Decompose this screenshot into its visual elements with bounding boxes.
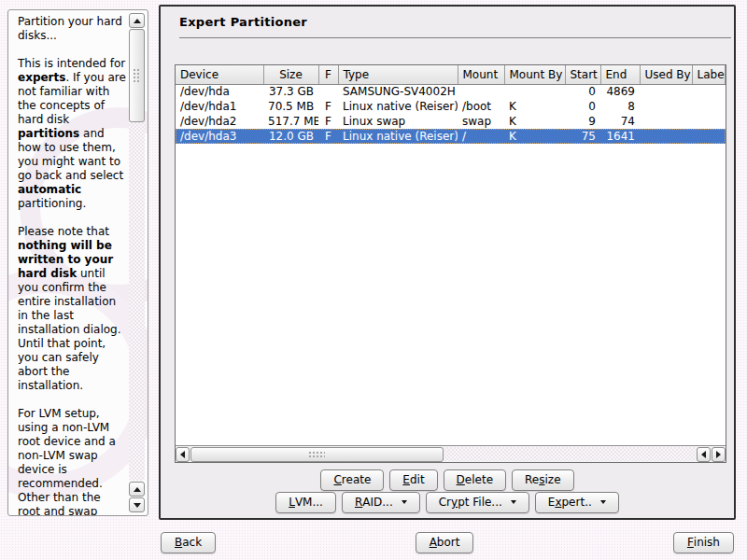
- table-cell: Linux swap: [338, 114, 458, 129]
- dropdown-arrow-icon: [511, 500, 516, 507]
- advanced-actions-row: LVM...RAID...Crypt File...Expert..: [161, 492, 734, 513]
- abort-button[interactable]: Abort: [416, 532, 474, 553]
- arrow-left-icon: [698, 451, 706, 458]
- table-cell: K: [504, 99, 565, 114]
- scroll-up-button[interactable]: [129, 13, 145, 28]
- table-row[interactable]: /dev/hda312.0 GBFLinux native (Reiser)/K…: [176, 129, 726, 144]
- table-cell: /dev/hda2: [176, 114, 263, 129]
- table-cell: 1641: [600, 129, 640, 144]
- arrow-down-icon: [134, 503, 141, 511]
- table-cell: 0: [565, 99, 600, 114]
- scrollbar-track[interactable]: [129, 29, 145, 481]
- table-cell: [640, 129, 692, 144]
- title-separator: [179, 37, 731, 38]
- column-header-end[interactable]: End: [600, 65, 640, 84]
- lvm-button[interactable]: LVM...: [275, 492, 336, 513]
- scroll-left-button[interactable]: [176, 447, 190, 462]
- back-button[interactable]: Back: [161, 532, 216, 553]
- finish-button[interactable]: Finish: [673, 532, 734, 553]
- table-cell: [318, 84, 338, 99]
- table-cell: [504, 84, 565, 99]
- table-cell: /dev/hda3: [176, 129, 263, 144]
- column-header-mount[interactable]: Mount: [458, 65, 504, 84]
- table-cell: Linux native (Reiser): [338, 129, 458, 144]
- table-cell: [640, 84, 692, 99]
- table-cell: 8: [600, 99, 640, 114]
- table-cell: swap: [458, 114, 504, 129]
- column-header-start[interactable]: Start: [565, 65, 600, 84]
- delete-button[interactable]: Delete: [444, 469, 506, 491]
- table-cell: K: [504, 114, 565, 129]
- column-header-type[interactable]: Type: [338, 65, 458, 84]
- resize-button[interactable]: Resize: [512, 469, 573, 491]
- table-cell: 74: [600, 114, 640, 129]
- hscrollbar-thumb[interactable]: [190, 447, 444, 462]
- table-cell: /dev/hda1: [176, 99, 263, 114]
- column-header-mount-by[interactable]: Mount By: [504, 65, 565, 84]
- column-header-size[interactable]: Size: [263, 65, 318, 84]
- column-header-label[interactable]: Label: [692, 65, 726, 84]
- table-cell: [692, 114, 726, 129]
- arrow-up-icon: [134, 483, 141, 492]
- scroll-left-button-right-end[interactable]: [697, 447, 711, 462]
- table-cell: 70.5 MB: [263, 99, 318, 114]
- help-paragraph: This is intended for experts. If you are…: [18, 57, 126, 211]
- scrollbar-thumb[interactable]: [129, 29, 145, 122]
- dropdown-arrow-icon: [402, 500, 407, 507]
- table-cell: 37.3 GB: [263, 84, 318, 99]
- arrow-right-icon: [716, 451, 725, 458]
- partition-table-grid: DeviceSizeFTypeMountMount ByStartEndUsed…: [176, 65, 726, 144]
- thumb-grip-icon: [308, 451, 325, 459]
- table-cell: /dev/hda: [176, 84, 263, 99]
- table-cell: [692, 99, 726, 114]
- table-cell: 517.7 MB: [263, 114, 318, 129]
- scroll-down-button[interactable]: [129, 497, 145, 512]
- column-header-device[interactable]: Device: [176, 65, 263, 84]
- table-cell: F: [318, 129, 338, 144]
- hscrollbar-track[interactable]: [190, 447, 696, 461]
- wizard-footer: BackAbortFinish: [159, 531, 736, 553]
- help-text: Partition your hard disks...This is inte…: [18, 15, 126, 516]
- table-row[interactable]: /dev/hda2517.7 MBFLinux swapswapK974: [176, 114, 726, 129]
- partition-actions-row: CreateEditDeleteResize: [161, 469, 734, 491]
- raid-button[interactable]: RAID...: [342, 492, 420, 513]
- arrow-up-icon: [134, 15, 141, 23]
- table-cell: 75: [565, 129, 600, 144]
- help-scrollbar[interactable]: [129, 13, 145, 512]
- table-row[interactable]: /dev/hda37.3 GBSAMSUNG-SV4002H04869: [176, 84, 726, 99]
- table-cell: 9: [565, 114, 600, 129]
- table-cell: [692, 84, 726, 99]
- scroll-up-button-bottom[interactable]: [129, 482, 145, 497]
- help-paragraph: Please note that nothing will be written…: [18, 225, 126, 393]
- scroll-right-button[interactable]: [712, 447, 726, 462]
- table-cell: F: [318, 114, 338, 129]
- table-cell: [692, 129, 726, 144]
- column-header-used-by[interactable]: Used By: [640, 65, 692, 84]
- table-cell: [458, 84, 504, 99]
- table-cell: /boot: [458, 99, 504, 114]
- table-cell: [640, 114, 692, 129]
- table-cell: 12.0 GB: [263, 129, 318, 144]
- table-row[interactable]: /dev/hda170.5 MBFLinux native (Reiser)/b…: [176, 99, 726, 114]
- page-title: Expert Partitioner: [179, 15, 307, 29]
- table-cell: F: [318, 99, 338, 114]
- edit-button[interactable]: Edit: [389, 469, 437, 491]
- table-cell: Linux native (Reiser): [338, 99, 458, 114]
- dropdown-arrow-icon: [600, 500, 606, 507]
- arrow-left-icon: [176, 451, 185, 458]
- table-cell: [640, 99, 692, 114]
- create-button[interactable]: Create: [320, 469, 384, 491]
- help-paragraph: For LVM setup, using a non-LVM root devi…: [18, 407, 126, 516]
- table-horizontal-scrollbar[interactable]: [176, 445, 726, 462]
- table-cell: 4869: [600, 84, 640, 99]
- thumb-grip-icon: [133, 68, 141, 83]
- crypt-file-button[interactable]: Crypt File...: [426, 492, 529, 513]
- main-panel: Expert Partitioner DeviceSizeFTypeMountM…: [159, 5, 736, 520]
- table-cell: /: [458, 129, 504, 144]
- table-cell: K: [504, 129, 565, 144]
- column-header-f[interactable]: F: [318, 65, 338, 84]
- partition-table: DeviceSizeFTypeMountMount ByStartEndUsed…: [175, 64, 726, 463]
- table-cell: 0: [565, 84, 600, 99]
- help-panel: Partition your hard disks...This is inte…: [7, 9, 148, 516]
- expert-button[interactable]: Expert..: [535, 492, 619, 513]
